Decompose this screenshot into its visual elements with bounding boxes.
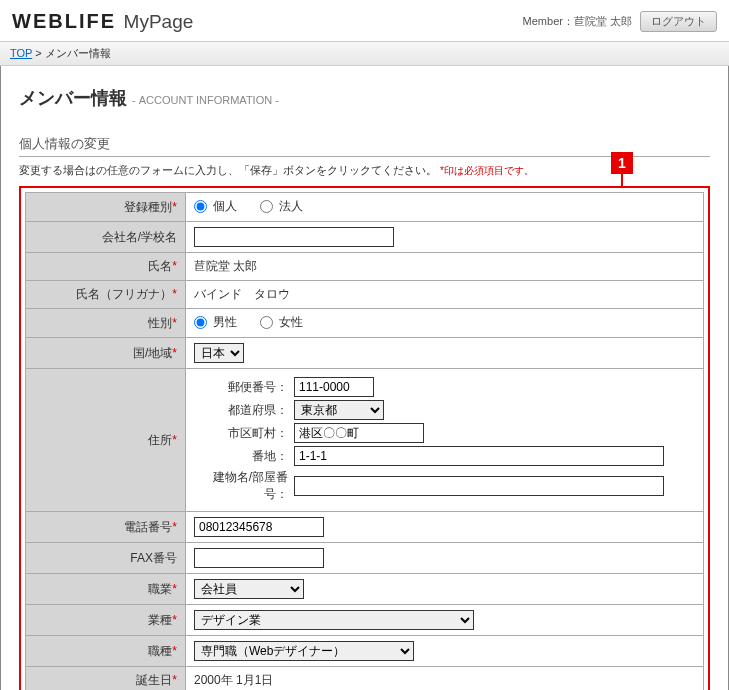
company-label: 会社名/学校名 <box>26 222 186 253</box>
gender-male[interactable]: 男性 <box>194 314 237 331</box>
occupation-select[interactable]: 会社員 <box>194 579 304 599</box>
kana-label: 氏名（フリガナ）* <box>26 281 186 309</box>
breadcrumb-current: メンバー情報 <box>45 47 111 59</box>
city-input[interactable] <box>294 423 424 443</box>
gender-label: 性別* <box>26 309 186 338</box>
header-right: Member：苣院堂 太郎 ログアウト <box>523 11 717 32</box>
gender-female[interactable]: 女性 <box>260 314 303 331</box>
member-label: Member：苣院堂 太郎 <box>523 14 632 29</box>
country-select[interactable]: 日本 <box>194 343 244 363</box>
breadcrumb-top-link[interactable]: TOP <box>10 47 32 59</box>
tel-label: 電話番号* <box>26 512 186 543</box>
industry-label: 業種* <box>26 605 186 636</box>
page-title: メンバー情報 - ACCOUNT INFORMATION - <box>19 86 710 110</box>
logo: WEBLIFE MyPage <box>12 10 193 33</box>
page-subtitle: - ACCOUNT INFORMATION - <box>132 94 279 106</box>
address-label: 住所* <box>26 369 186 512</box>
required-note: *印は必須項目です。 <box>440 165 534 176</box>
marker-1: 1 <box>611 152 633 174</box>
fax-label: FAX番号 <box>26 543 186 574</box>
kana-value: バインド タロウ <box>186 281 704 309</box>
header: WEBLIFE MyPage Member：苣院堂 太郎 ログアウト <box>0 0 729 42</box>
jobtype-label: 職種* <box>26 636 186 667</box>
tel-input[interactable] <box>194 517 324 537</box>
name-value: 苣院堂 太郎 <box>186 253 704 281</box>
fax-input[interactable] <box>194 548 324 568</box>
name-label: 氏名* <box>26 253 186 281</box>
company-input[interactable] <box>194 227 394 247</box>
logout-button[interactable]: ログアウト <box>640 11 717 32</box>
pref-select[interactable]: 東京都 <box>294 400 384 420</box>
jobtype-select[interactable]: 専門職（Webデザイナー） <box>194 641 414 661</box>
birthday-label: 誕生日* <box>26 667 186 691</box>
logo-bold: WEBLIFE <box>12 10 116 32</box>
form-area: 1 登録種別* 個人 法人 会社名/学校名 氏名* 苣院堂 太郎 氏名（フリガナ… <box>19 186 710 690</box>
section-title: 個人情報の変更 <box>19 135 710 157</box>
zip-input[interactable] <box>294 377 374 397</box>
street-input[interactable] <box>294 446 664 466</box>
building-input[interactable] <box>294 476 664 496</box>
logo-light: MyPage <box>124 11 194 32</box>
birthday-value: 2000年 1月1日 <box>186 667 704 691</box>
breadcrumb: TOP > メンバー情報 <box>0 42 729 66</box>
reg-type-corporate[interactable]: 法人 <box>260 198 303 215</box>
instruction: 変更する場合はの任意のフォームに入力し、「保存」ボタンをクリックてください。 *… <box>19 163 710 178</box>
industry-select[interactable]: デザイン業 <box>194 610 474 630</box>
form-table: 登録種別* 個人 法人 会社名/学校名 氏名* 苣院堂 太郎 氏名（フリガナ）*… <box>25 192 704 690</box>
reg-type-label: 登録種別* <box>26 193 186 222</box>
content: メンバー情報 - ACCOUNT INFORMATION - 個人情報の変更 変… <box>0 66 729 690</box>
country-label: 国/地域* <box>26 338 186 369</box>
reg-type-personal[interactable]: 個人 <box>194 198 237 215</box>
occupation-label: 職業* <box>26 574 186 605</box>
